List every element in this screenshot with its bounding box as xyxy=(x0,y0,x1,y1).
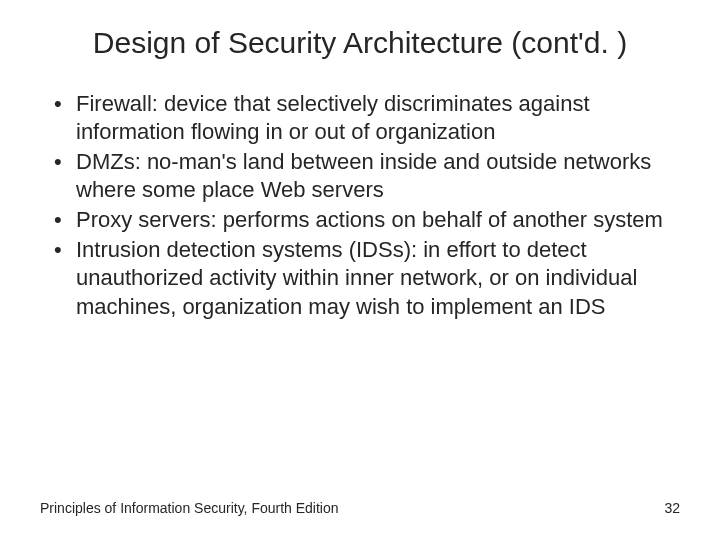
footer-source: Principles of Information Security, Four… xyxy=(40,500,339,516)
list-item: Intrusion detection systems (IDSs): in e… xyxy=(50,236,680,320)
page-number: 32 xyxy=(664,500,680,516)
bullet-list: Firewall: device that selectively discri… xyxy=(40,90,680,321)
list-item: Proxy servers: performs actions on behal… xyxy=(50,206,680,234)
list-item: DMZs: no-man's land between inside and o… xyxy=(50,148,680,204)
slide: Design of Security Architecture (cont'd.… xyxy=(0,0,720,540)
list-item: Firewall: device that selectively discri… xyxy=(50,90,680,146)
slide-title: Design of Security Architecture (cont'd.… xyxy=(80,24,640,62)
slide-footer: Principles of Information Security, Four… xyxy=(40,500,680,516)
